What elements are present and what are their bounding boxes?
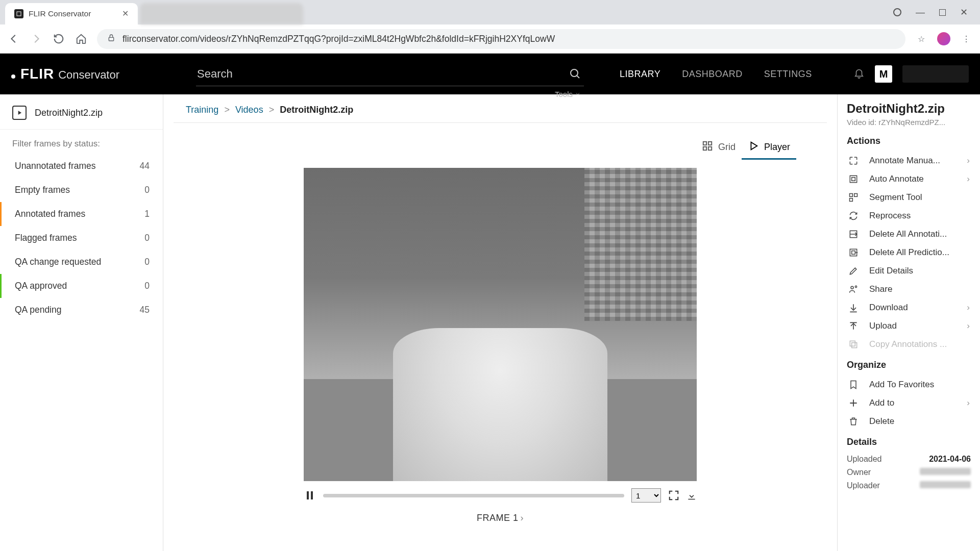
chevron-right-icon: › [967,321,970,331]
account-icon[interactable] [893,8,901,16]
view-grid-button[interactable]: Grid [696,136,742,160]
detail-uploader: Uploader [847,479,971,492]
close-window-icon[interactable]: ✕ [960,7,968,18]
tools-dropdown[interactable]: Tools [555,90,581,98]
window-controls: — ✕ [893,7,975,18]
file-heading: DetroitNight2.zip [0,94,163,130]
center-content: Training > Videos > DetroitNight2.zip Gr… [163,94,837,551]
action-share[interactable]: Share [847,280,971,298]
bookmark-icon[interactable]: ☆ [915,34,928,44]
svg-rect-4 [708,142,712,145]
browser-tab-inactive[interactable] [140,3,303,24]
trash-icon [848,416,859,427]
action-upload[interactable]: Upload› [847,317,971,335]
reprocess-icon [848,211,859,221]
svg-rect-19 [852,343,857,348]
crumb-videos[interactable]: Videos [235,105,263,115]
organize-delete[interactable]: Delete [847,412,971,431]
frame-next-icon[interactable]: › [521,513,524,523]
file-name: DetroitNight2.zip [35,108,103,118]
filter-label: Filter frames by status: [0,130,163,154]
video-area: 1 FRAME 1 › [174,168,827,523]
chevron-right-icon: › [967,398,970,408]
address-bar-row: flirconservator.com/videos/rZYhNqRemzdPZ… [0,24,980,53]
profile-avatar[interactable] [937,32,950,45]
minimize-icon[interactable]: — [916,7,925,18]
details-heading: Details [847,437,971,447]
pause-icon[interactable] [304,489,316,502]
nav-library[interactable]: LIBRARY [620,69,660,80]
svg-point-17 [851,286,853,289]
chevron-right-icon: › [967,174,970,184]
app-logo[interactable]: FLIR Conservator [11,66,119,82]
uploader-redacted [920,481,971,488]
search-input[interactable] [196,62,584,86]
crumb-training[interactable]: Training [186,105,218,115]
video-frame[interactable] [304,168,697,481]
action-edit-details[interactable]: Edit Details [847,262,971,280]
lock-icon [107,34,115,44]
filter-qa-approved[interactable]: QA approved0 [0,274,163,298]
auto-annotate-icon [848,174,859,184]
filter-flagged[interactable]: Flagged frames0 [0,226,163,250]
tab-strip: FLIR Conservator ✕ — ✕ [0,0,980,24]
player-icon [748,140,759,154]
chevron-right-icon: › [967,303,970,313]
svg-rect-3 [703,142,706,145]
filter-unannotated[interactable]: Unannotated frames44 [0,154,163,178]
frame-label: FRAME 1 › [477,513,524,523]
crumb-sep: > [221,105,233,115]
browser-menu-icon[interactable]: ⋮ [960,34,973,44]
filter-qa-pending[interactable]: QA pending45 [0,298,163,322]
nav-settings[interactable]: SETTINGS [764,69,812,80]
action-copy-annotations: Copy Annotations ... [847,335,971,354]
action-delete-predictions[interactable]: Delete All Predictio... [847,243,971,262]
user-name-redacted [902,65,969,83]
svg-rect-13 [850,198,853,202]
download-frame-icon[interactable] [687,490,697,500]
back-icon[interactable] [7,33,20,44]
filter-annotated[interactable]: Annotated frames1 [0,202,163,226]
delete-annot-icon [848,229,859,239]
player-controls: 1 [304,481,697,507]
detail-uploaded: Uploaded2021-04-06 [847,453,971,466]
logo-dot-icon [11,74,15,79]
forward-icon[interactable] [30,33,43,44]
filter-empty[interactable]: Empty frames0 [0,178,163,202]
upload-icon [848,321,859,331]
organize-add-to[interactable]: Add to› [847,394,971,412]
grid-icon [702,140,713,154]
home-icon[interactable] [75,33,88,44]
nav-dashboard[interactable]: DASHBOARD [682,69,743,80]
speed-select[interactable]: 1 [631,488,661,503]
svg-rect-8 [311,491,313,499]
svg-rect-16 [852,251,855,255]
search-icon[interactable] [569,67,581,82]
fullscreen-icon[interactable] [668,490,679,501]
actions-heading: Actions [847,136,971,146]
action-download[interactable]: Download› [847,298,971,317]
crumb-current: DetroitNight2.zip [280,105,353,115]
segment-icon [848,192,859,203]
user-badge[interactable]: M [875,65,892,83]
maximize-icon[interactable] [939,9,946,16]
tab-close-icon[interactable]: ✕ [122,9,129,18]
reload-icon[interactable] [52,33,65,44]
view-player-button[interactable]: Player [742,136,796,160]
main-layout: DetroitNight2.zip Filter frames by statu… [0,94,980,551]
annotate-manual-icon [848,156,859,166]
filter-qa-change[interactable]: QA change requested0 [0,250,163,274]
url-bar[interactable]: flirconservator.com/videos/rZYhNqRemzdPZ… [97,29,905,49]
notification-icon[interactable] [853,67,865,81]
tab-favicon [14,9,23,18]
action-reprocess[interactable]: Reprocess [847,207,971,225]
action-annotate-manual[interactable]: Annotate Manua...› [847,152,971,170]
browser-tab-active[interactable]: FLIR Conservator ✕ [5,3,138,24]
svg-rect-5 [703,147,706,150]
action-delete-annotations[interactable]: Delete All Annotati... [847,225,971,243]
header-right: M [853,65,969,83]
action-auto-annotate[interactable]: Auto Annotate› [847,170,971,188]
action-segment-tool[interactable]: Segment Tool [847,188,971,207]
progress-bar[interactable] [323,494,624,497]
organize-favorites[interactable]: Add To Favorites [847,375,971,394]
